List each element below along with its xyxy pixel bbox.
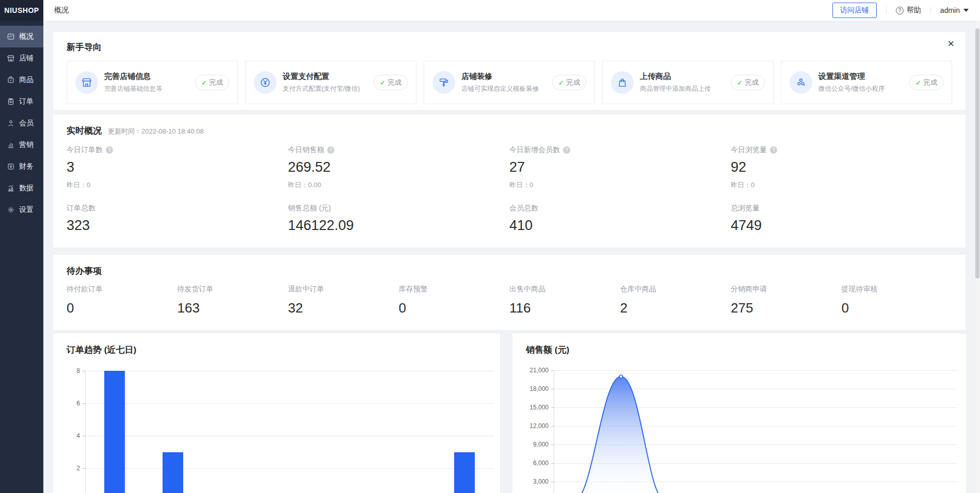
user-menu[interactable]: admin bbox=[940, 6, 969, 14]
guide-card-1[interactable]: 完善店铺信息完善店铺基础信息等✓完成 bbox=[67, 61, 238, 104]
goods-icon bbox=[7, 76, 15, 84]
guide-card-desc: 微信公众号/微信小程序 bbox=[818, 85, 885, 93]
members-icon bbox=[7, 119, 15, 127]
marketing-icon bbox=[7, 141, 15, 149]
done-badge: ✓完成 bbox=[731, 75, 765, 90]
y-tick-label: 21,000 bbox=[512, 367, 549, 374]
main-content: 新手导向 × 完善店铺信息完善店铺基础信息等✓完成设置支付配置支付方式配置(支付… bbox=[43, 21, 975, 493]
todo-item: 分销商申请275 bbox=[731, 285, 842, 316]
app-logo: NIUSHOP bbox=[0, 0, 43, 21]
gridline bbox=[85, 436, 494, 436]
y-tick-label: 15,000 bbox=[512, 404, 549, 411]
visit-shop-button[interactable]: 访问店铺 bbox=[832, 3, 877, 18]
todo-value[interactable]: 0 bbox=[67, 300, 178, 316]
done-badge: ✓完成 bbox=[909, 75, 943, 90]
y-tick-label: 9,000 bbox=[512, 441, 549, 448]
done-badge: ✓完成 bbox=[374, 75, 408, 90]
stat-value: 92 bbox=[731, 159, 952, 175]
guide-card-title: 设置渠道管理 bbox=[818, 72, 885, 81]
guide-card-3[interactable]: 店铺装修店铺可实现自定义模板装修✓完成 bbox=[424, 61, 595, 104]
todo-title: 待办事项 bbox=[67, 265, 102, 277]
stat-value: 323 bbox=[67, 218, 288, 234]
y-tick-label: 6,000 bbox=[512, 459, 549, 467]
todo-label: 分销商申请 bbox=[731, 285, 842, 294]
guide-card-2[interactable]: 设置支付配置支付方式配置(支付宝/微信)✓完成 bbox=[245, 61, 416, 104]
todo-value[interactable]: 163 bbox=[178, 300, 288, 316]
todo-value[interactable]: 0 bbox=[842, 300, 953, 316]
todo-value[interactable]: 2 bbox=[620, 300, 731, 316]
settings-icon bbox=[7, 206, 15, 214]
sidebar-item-finance[interactable]: 财务 bbox=[0, 156, 43, 177]
guide-card-title: 完善店铺信息 bbox=[104, 72, 163, 81]
sidebar-item-label: 商品 bbox=[19, 75, 34, 85]
realtime-header: 实时概况 更新时间：2022-08-10 18:40:08 bbox=[67, 125, 204, 137]
guide-card-title: 上传商品 bbox=[640, 72, 711, 81]
today-stat: 今日新增会员数?27昨日：0 bbox=[509, 145, 731, 190]
done-badge: ✓完成 bbox=[195, 75, 229, 90]
overview-icon bbox=[7, 32, 15, 41]
orders-icon bbox=[7, 97, 15, 106]
help-icon[interactable]: ? bbox=[327, 146, 334, 154]
todo-value[interactable]: 0 bbox=[399, 300, 510, 316]
guide-card-text: 设置渠道管理微信公众号/微信小程序 bbox=[818, 72, 885, 93]
bar-day-7 bbox=[454, 452, 475, 493]
sidebar-item-shop[interactable]: 店铺 bbox=[0, 47, 43, 69]
guide-card-4[interactable]: 上传商品商品管理中添加商品上传✓完成 bbox=[602, 61, 774, 104]
todo-item: 待付款订单0 bbox=[67, 285, 178, 316]
storefront-icon bbox=[75, 71, 98, 94]
sidebar-item-orders[interactable]: 订单 bbox=[0, 91, 43, 112]
sidebar-item-label: 营销 bbox=[19, 140, 34, 150]
sidebar-item-members[interactable]: 会员 bbox=[0, 112, 43, 134]
breadcrumb: 概况 bbox=[54, 6, 69, 15]
upload-goods-icon bbox=[611, 71, 634, 94]
shop-icon bbox=[7, 54, 15, 62]
stat-prev: 昨日：0 bbox=[67, 180, 288, 190]
sidebar-menu: 概况店铺商品订单会员营销财务数据设置 bbox=[0, 26, 43, 221]
paint-roller-icon bbox=[432, 71, 455, 94]
help-link[interactable]: ? 帮助 bbox=[896, 6, 921, 15]
y-axis-line bbox=[85, 371, 86, 493]
todo-label: 提现待审核 bbox=[842, 285, 953, 294]
done-label: 完成 bbox=[923, 78, 937, 87]
channel-icon bbox=[790, 71, 812, 94]
sidebar-item-goods[interactable]: 商品 bbox=[0, 69, 43, 91]
stat-label: 今日新增会员数? bbox=[509, 145, 731, 155]
sidebar-item-settings[interactable]: 设置 bbox=[0, 199, 43, 221]
check-icon: ✓ bbox=[915, 79, 921, 87]
sidebar-item-overview[interactable]: 概况 bbox=[0, 26, 43, 47]
guide-card-title: 店铺装修 bbox=[461, 72, 539, 81]
todo-value[interactable]: 275 bbox=[731, 300, 842, 316]
sidebar-item-label: 会员 bbox=[19, 119, 34, 128]
guide-card-desc: 支付方式配置(支付宝/微信) bbox=[283, 85, 360, 93]
guide-card-5[interactable]: 设置渠道管理微信公众号/微信小程序✓完成 bbox=[781, 61, 952, 104]
close-icon[interactable]: × bbox=[947, 38, 954, 50]
sidebar-item-label: 概况 bbox=[19, 32, 34, 41]
topbar: 概况 访问店铺 ? 帮助 admin bbox=[43, 0, 980, 21]
todo-value[interactable]: 32 bbox=[288, 300, 399, 316]
todo-label: 仓库中商品 bbox=[620, 285, 731, 294]
check-icon: ✓ bbox=[380, 79, 385, 87]
bar-day-1 bbox=[104, 371, 125, 493]
divider bbox=[886, 7, 887, 14]
check-icon: ✓ bbox=[737, 79, 743, 87]
todo-value[interactable]: 116 bbox=[509, 300, 620, 316]
newbie-guide-panel: 新手导向 × 完善店铺信息完善店铺基础信息等✓完成设置支付配置支付方式配置(支付… bbox=[53, 32, 966, 110]
help-icon[interactable]: ? bbox=[563, 146, 570, 154]
finance-icon bbox=[7, 162, 15, 171]
gridline bbox=[85, 371, 494, 371]
done-label: 完成 bbox=[209, 78, 223, 87]
stat-prev: 昨日：0.00 bbox=[288, 180, 509, 190]
sidebar-item-marketing[interactable]: 营销 bbox=[0, 134, 43, 156]
sidebar-item-data[interactable]: 数据 bbox=[0, 177, 43, 199]
help-icon[interactable]: ? bbox=[106, 146, 113, 154]
guide-card-text: 上传商品商品管理中添加商品上传 bbox=[640, 72, 711, 93]
help-icon[interactable]: ? bbox=[770, 146, 777, 154]
stat-label: 今日订单数? bbox=[67, 145, 288, 155]
today-stat: 今日订单数?3昨日：0 bbox=[67, 145, 288, 190]
today-stat: 今日销售额?269.52昨日：0.00 bbox=[288, 145, 509, 190]
sales-chart-card: 销售额 (元) 21,00018,00015,00012,0009,0006,0… bbox=[512, 334, 966, 493]
realtime-title: 实时概况 bbox=[67, 125, 102, 137]
realtime-panel: 实时概况 更新时间：2022-08-10 18:40:08 今日订单数?3昨日：… bbox=[53, 114, 966, 248]
total-stat: 会员总数410 bbox=[509, 204, 731, 234]
scrollbar-thumb[interactable] bbox=[975, 28, 979, 278]
